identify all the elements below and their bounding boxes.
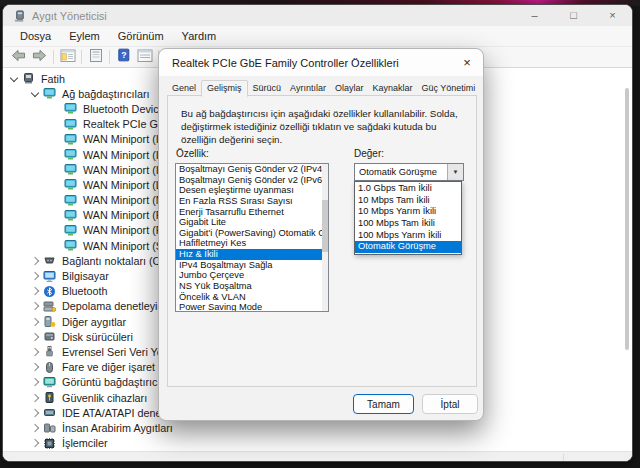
- tab-genel[interactable]: Genel: [168, 80, 200, 96]
- property-item[interactable]: Gigabit Lite: [176, 217, 328, 228]
- property-item[interactable]: En Fazla RSS Sırası Sayısı: [176, 196, 328, 207]
- tab-ayr-nt-lar[interactable]: Ayrıntılar: [286, 80, 330, 96]
- expander-chevron-icon[interactable]: [30, 392, 41, 403]
- indent-spacer: [51, 240, 62, 251]
- dropdown-option[interactable]: 100 Mbps Tam İkili: [355, 218, 461, 230]
- property-item[interactable]: Hız & İkili: [176, 249, 328, 260]
- toolbar-separator: [81, 50, 82, 64]
- menu-yard-m[interactable]: Yardım: [173, 28, 226, 44]
- dialog-close-icon[interactable]: ×: [451, 49, 483, 76]
- indent-spacer: [51, 134, 62, 145]
- menu-gorunum[interactable]: Görünüm: [109, 28, 173, 44]
- maximize-button[interactable]: □: [554, 5, 593, 26]
- tree-item-label: Fatih: [41, 73, 65, 85]
- listbox-scrollbar-thumb[interactable]: [322, 200, 328, 252]
- expander-chevron-icon[interactable]: [30, 286, 41, 297]
- expander-chevron-icon[interactable]: [30, 331, 41, 342]
- tree-item-label: İşlemciler: [62, 437, 108, 449]
- monitor-icon: [43, 270, 57, 283]
- property-item[interactable]: Hafifletmeyi Kes: [176, 238, 328, 249]
- tree-item-islemciler[interactable]: İşlemciler: [3, 436, 632, 451]
- listbox-scrollbar[interactable]: [322, 164, 328, 311]
- network-icon: [64, 102, 78, 115]
- expander-chevron-icon[interactable]: [30, 271, 41, 282]
- expander-chevron-icon[interactable]: [30, 88, 41, 99]
- property-item[interactable]: Desen eşleştirme uyanması: [176, 185, 328, 196]
- tree-item-label: Diğer aygıtlar: [62, 316, 126, 328]
- dropdown-option[interactable]: 1.0 Gbps Tam İkili: [355, 183, 461, 195]
- property-item[interactable]: NS Yük Boşaltma: [176, 281, 328, 292]
- property-item[interactable]: Boşaltmayı Geniş Gönder v2 (IPv6): [176, 175, 328, 186]
- close-button[interactable]: ×: [593, 5, 632, 26]
- menu-eylem[interactable]: Eylem: [60, 28, 109, 44]
- vertical-scrollbar[interactable]: [625, 88, 629, 418]
- console-window-button[interactable]: [57, 48, 78, 66]
- property-item[interactable]: Enerji Tasarruflu Ethernet: [176, 207, 328, 218]
- expander-chevron-icon[interactable]: [30, 255, 41, 266]
- menu-bar: DosyaEylemGörünümYardım: [3, 26, 632, 47]
- value-label: Değer:: [354, 148, 384, 159]
- dropdown-option[interactable]: Otomatik Görüşme: [355, 241, 461, 253]
- menu-dosya[interactable]: Dosya: [11, 28, 60, 44]
- expander-chevron-icon[interactable]: [30, 422, 41, 433]
- property-item[interactable]: Öncelik & VLAN: [176, 292, 328, 303]
- status-bar: [3, 451, 632, 462]
- ide-icon: [43, 406, 57, 419]
- hid-icon: [43, 421, 57, 434]
- console-window-icon: [60, 48, 76, 67]
- property-item[interactable]: Power Saving Mode: [176, 302, 328, 312]
- expander-chevron-icon[interactable]: [30, 346, 41, 357]
- tab-surucu[interactable]: Sürücü: [249, 80, 286, 96]
- tree-item-label: Bilgisayar: [62, 270, 109, 282]
- expander-chevron-icon[interactable]: [30, 438, 41, 449]
- expander-chevron-icon[interactable]: [30, 407, 41, 418]
- expander-chevron-icon[interactable]: [30, 301, 41, 312]
- dialog-titlebar: Realtek PCIe GbE Family Controller Özell…: [159, 49, 483, 76]
- dropdown-option[interactable]: 10 Mbps Tam İkili: [355, 195, 461, 207]
- indent-spacer: [51, 119, 62, 130]
- indent-spacer: [51, 195, 62, 206]
- help-button[interactable]: ?: [113, 48, 134, 66]
- network-icon: [64, 239, 78, 252]
- property-item[interactable]: Gigabit'i (PowerSaving) Otomatik Geç: [176, 228, 328, 239]
- tree-item-insan-arabirim-ayg-tlar[interactable]: İnsan Arabirim Aygıtları: [3, 420, 632, 435]
- svg-text:?: ?: [121, 50, 126, 60]
- tree-item-label: Görüntü bağdaştırıcılar: [62, 376, 172, 388]
- tab-gelismis[interactable]: Gelişmiş: [201, 80, 248, 97]
- usb-icon: [43, 345, 57, 358]
- network-icon: [64, 118, 78, 131]
- scrollbar-thumb[interactable]: [625, 88, 629, 350]
- expander-chevron-icon[interactable]: [30, 362, 41, 373]
- forward-button[interactable]: [29, 48, 50, 66]
- disk-icon: [43, 330, 57, 343]
- tab-olaylar[interactable]: Olaylar: [331, 80, 368, 96]
- expander-chevron-icon[interactable]: [9, 73, 20, 84]
- property-item[interactable]: Jumbo Çerçeve: [176, 270, 328, 281]
- security-icon: [43, 391, 57, 404]
- ok-button[interactable]: Tamam: [353, 394, 414, 414]
- advanced-tab-page: Bu ağ bağdaştırıcısı için aşağıdaki özel…: [167, 95, 477, 387]
- tab-guc-yonetimi[interactable]: Güç Yönetimi: [417, 80, 479, 96]
- minimize-button[interactable]: –: [515, 5, 554, 26]
- expander-chevron-icon[interactable]: [30, 377, 41, 388]
- tab-kaynaklar[interactable]: Kaynaklar: [368, 80, 416, 96]
- dropdown-option[interactable]: 10 Mbps Yarım İkili: [355, 206, 461, 218]
- expander-chevron-icon[interactable]: [30, 316, 41, 327]
- indent-spacer: [51, 164, 62, 175]
- dialog-title: Realtek PCIe GbE Family Controller Özell…: [172, 57, 399, 69]
- properties-button[interactable]: [85, 48, 106, 66]
- back-button[interactable]: [8, 48, 29, 66]
- property-item[interactable]: Boşaltmayı Geniş Gönder v2 (IPv4): [176, 164, 328, 175]
- property-item[interactable]: IPv4 Boşaltmayı Sağla: [176, 260, 328, 271]
- properties-dialog: Realtek PCIe GbE Family Controller Özell…: [158, 48, 484, 421]
- toolbar-separator: [53, 50, 54, 64]
- window-title: Aygıt Yöneticisi: [32, 10, 107, 22]
- dropdown-option[interactable]: 100 Mbps Yarım İkili: [355, 230, 461, 242]
- indent-spacer: [51, 225, 62, 236]
- cancel-button[interactable]: İptal: [422, 394, 478, 414]
- cpu-icon: [43, 437, 57, 450]
- help-icon: ?: [117, 48, 131, 66]
- combobox-dropdown-icon[interactable]: ▼: [447, 164, 463, 180]
- list-window-button[interactable]: [134, 48, 155, 66]
- value-combobox[interactable]: Otomatik Görüşme ▼: [354, 163, 464, 181]
